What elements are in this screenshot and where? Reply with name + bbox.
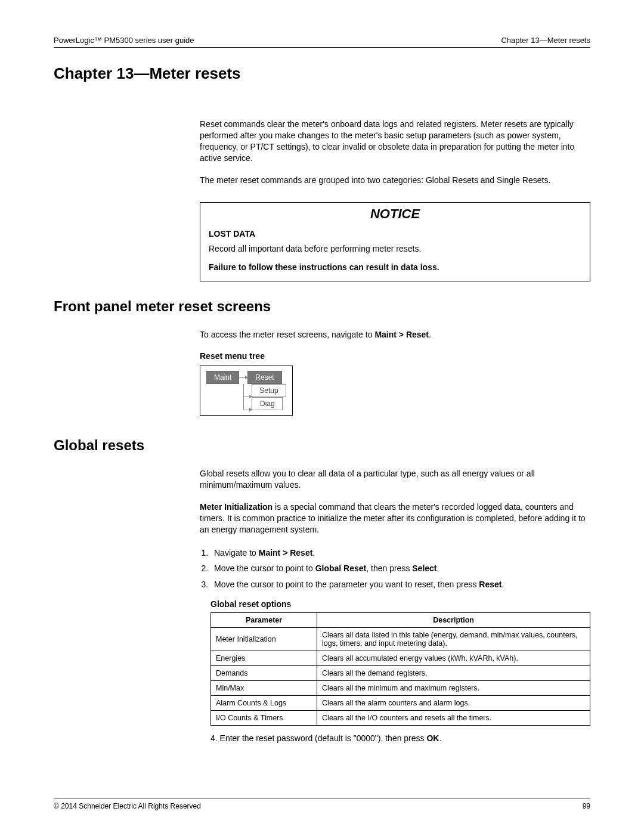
table-row: I/O Counts & TimersClears all the I/O co… <box>211 710 590 725</box>
notice-title: NOTICE <box>200 203 590 225</box>
step-3: Move the cursor to point to the paramete… <box>210 578 590 591</box>
front-panel-intro-prefix: To access the meter reset screens, navig… <box>200 330 374 339</box>
table-header-description: Description <box>317 612 590 627</box>
table-cell-desc: Clears all the alarm counters and alarm … <box>317 695 590 710</box>
table-cell-param: Meter Initialization <box>211 627 317 651</box>
menu-node-diag: Diag <box>252 397 283 410</box>
table-header-parameter: Parameter <box>211 612 317 627</box>
menu-tree-figure: Maint Reset Setup Diag <box>200 366 293 416</box>
step-1: Navigate to Maint > Reset. <box>210 546 590 559</box>
intro-paragraph-2: The meter reset commands are grouped int… <box>200 175 590 186</box>
step-2-mid: , then press <box>366 563 412 573</box>
table-cell-param: I/O Counts & Timers <box>211 710 317 725</box>
notice-box: NOTICE LOST DATA Record all important da… <box>200 202 590 281</box>
table-cell-desc: Clears all accumulated energy values (kW… <box>317 651 590 665</box>
footer-copyright: © 2014 Schneider Electric All Rights Res… <box>54 802 201 810</box>
footer-page-number: 99 <box>583 802 590 810</box>
step-2-prefix: Move the cursor to point to <box>214 563 315 573</box>
step-3-suffix: . <box>501 580 504 589</box>
table-cell-desc: Clears all the I/O counters and resets a… <box>317 710 590 725</box>
step-2-bold2: Select <box>412 563 436 573</box>
global-reset-steps: Navigate to Maint > Reset. Move the curs… <box>210 546 590 591</box>
front-panel-intro: To access the meter reset screens, navig… <box>200 329 590 340</box>
step-3-bold: Reset <box>479 580 501 589</box>
table-cell-param: Alarm Counts & Logs <box>211 695 317 710</box>
table-cell-param: Min/Max <box>211 680 317 695</box>
global-resets-p1: Global resets allow you to clear all dat… <box>200 468 590 491</box>
notice-warning: Failure to follow these instructions can… <box>209 261 581 274</box>
table-caption-global-reset: Global reset options <box>210 599 590 609</box>
figure-caption-menu-tree: Reset menu tree <box>200 351 590 361</box>
step-4-suffix: . <box>439 733 441 743</box>
section-front-panel-title: Front panel meter reset screens <box>54 298 590 315</box>
table-row: Alarm Counts & LogsClears all the alarm … <box>211 695 590 710</box>
step-1-bold: Maint > Reset <box>259 548 313 558</box>
notice-subhead: LOST DATA <box>209 228 581 240</box>
table-row: Min/MaxClears all the minimum and maximu… <box>211 680 590 695</box>
section-global-resets-title: Global resets <box>54 437 590 454</box>
header-right: Chapter 13—Meter resets <box>501 36 590 45</box>
table-cell-param: Demands <box>211 665 317 680</box>
step-2-suffix: . <box>437 563 439 573</box>
menu-node-setup: Setup <box>252 384 286 397</box>
step-2-bold1: Global Reset <box>315 563 367 573</box>
page-footer: © 2014 Schneider Electric All Rights Res… <box>54 798 590 810</box>
table-cell-desc: Clears all the demand registers. <box>317 665 590 680</box>
step-4-bold: OK <box>426 733 439 743</box>
step-4-prefix: 4. Enter the reset password (default is … <box>210 733 426 743</box>
step-1-prefix: Navigate to <box>214 548 259 558</box>
table-row: Meter InitializationClears all data list… <box>211 627 590 651</box>
global-resets-p2-bold: Meter Initialization <box>200 502 273 512</box>
connector-icon <box>239 377 247 378</box>
table-row: DemandsClears all the demand registers. <box>211 665 590 680</box>
header-left: PowerLogic™ PM5300 series user guide <box>54 36 194 45</box>
table-cell-desc: Clears all data listed in this table (en… <box>317 627 590 651</box>
notice-text: Record all important data before perform… <box>209 243 581 255</box>
step-4: 4. Enter the reset password (default is … <box>210 732 590 745</box>
intro-paragraph-1: Reset commands clear the meter's onboard… <box>200 119 590 164</box>
table-cell-desc: Clears all the minimum and maximum regis… <box>317 680 590 695</box>
step-3-prefix: Move the cursor to point to the paramete… <box>214 580 479 589</box>
front-panel-intro-bold: Maint > Reset <box>374 330 429 339</box>
global-reset-table: Parameter Description Meter Initializati… <box>210 612 590 726</box>
step-2: Move the cursor to point to Global Reset… <box>210 562 590 575</box>
step-1-suffix: . <box>312 548 315 558</box>
table-cell-param: Energies <box>211 651 317 665</box>
chapter-title: Chapter 13—Meter resets <box>54 64 590 83</box>
front-panel-intro-suffix: . <box>429 330 431 339</box>
table-row: EnergiesClears all accumulated energy va… <box>211 651 590 665</box>
global-resets-p2: Meter Initialization is a special comman… <box>200 501 590 535</box>
menu-node-reset: Reset <box>247 371 281 384</box>
menu-node-maint: Maint <box>206 371 239 384</box>
page-header: PowerLogic™ PM5300 series user guide Cha… <box>54 36 590 48</box>
